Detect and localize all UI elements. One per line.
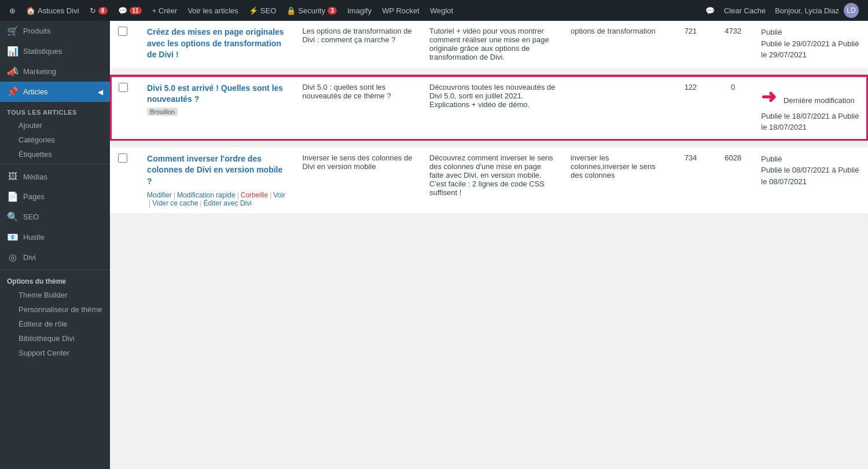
post-date-cell-2: ➜ Dernière modificationPublié le 18/07/2…: [754, 76, 867, 140]
security-icon: 🔒: [286, 6, 296, 15]
post-desc-cell-3: Découvrez comment inverser le sens des c…: [422, 148, 564, 213]
home-icon: 🏠: [26, 6, 35, 15]
post-title-link-3[interactable]: Comment inverser l'ordre des colonnes de…: [147, 153, 288, 188]
post-date-3: PubliéPublié le 08/07/2021 à Publié le 0…: [761, 155, 859, 186]
checkbox-cell-2: [111, 76, 141, 140]
user-greeting[interactable]: Bonjour, Lycia Diaz LD: [770, 0, 863, 21]
post-desc-cell-2: Découvrons toutes les nouveautés de Divi…: [422, 76, 564, 140]
imagify-button[interactable]: Imagify: [343, 0, 376, 21]
post-views-cell-2: 122: [670, 76, 712, 140]
post-desc-2: Découvrons toutes les nouveautés de Divi…: [429, 83, 556, 109]
weglot-label: Weglot: [430, 6, 453, 15]
sidebar-item-divi[interactable]: ◎ Divi: [0, 247, 110, 268]
comments-badge: 11: [130, 7, 142, 14]
wp-logo-button[interactable]: ⊕: [5, 0, 20, 21]
site-name-label: Astuces Divi: [38, 6, 79, 15]
table-row-3: Comment inverser l'ordre des colonnes de…: [111, 148, 867, 213]
post-excerpt-2: Divi 5.0 : quelles sont les nouveautés d…: [302, 83, 391, 100]
sidebar-editeur-role[interactable]: Éditeur de rôle: [0, 317, 110, 331]
sidebar-item-medias[interactable]: 🖼 Médias: [0, 167, 110, 186]
divi-label: Divi: [23, 253, 36, 262]
create-button[interactable]: + Créer: [148, 0, 182, 21]
wp-rocket-button[interactable]: WP Rocket: [377, 0, 424, 21]
post-title-link-2[interactable]: Divi 5.0 est arrivé ! Quelles sont les n…: [147, 83, 288, 105]
post-desc-3: Découvrez comment inverser le sens des c…: [429, 153, 553, 197]
sidebar-support-center[interactable]: Support Center: [0, 346, 110, 360]
post-views-cell-1: 721: [670, 21, 712, 68]
site-name-button[interactable]: 🏠 Astuces Divi: [21, 0, 84, 21]
marketing-icon: 📣: [7, 66, 19, 77]
updates-button[interactable]: ↻ 8: [85, 0, 112, 21]
spacer-row-2: [111, 140, 867, 148]
sidebar-sub-categories[interactable]: Catégories: [0, 133, 110, 147]
divi-icon: ◎: [7, 252, 19, 263]
action-vider-cache[interactable]: Vider ce cache: [152, 199, 198, 207]
post-views-3: 734: [685, 153, 697, 162]
post-views-2: 122: [685, 83, 697, 91]
sidebar-theme-builder[interactable]: Theme Builder: [0, 288, 110, 302]
post-comments-cell-3: 6028: [712, 148, 754, 213]
avatar: LD: [844, 3, 859, 18]
post-excerpt-1: Les options de transformation de Divi : …: [302, 27, 411, 44]
main-layout: 🛒 Produits 📊 Statistiques 📣 Marketing 📌 …: [0, 21, 868, 469]
table-row-highlighted: Divi 5.0 est arrivé ! Quelles sont les n…: [111, 76, 867, 140]
action-modifier[interactable]: Modifier: [147, 191, 172, 199]
sidebar-item-statistiques[interactable]: 📊 Statistiques: [0, 41, 110, 61]
sidebar-item-articles[interactable]: 📌 Articles ◀: [0, 82, 110, 102]
tous-articles-title: Tous les articles: [0, 102, 110, 118]
options-du-theme-title: Options du thème: [0, 273, 110, 288]
sidebar-item-hustle[interactable]: 📧 Hustle: [0, 227, 110, 247]
row-checkbox-3[interactable]: [118, 153, 127, 163]
sidebar-item-seo[interactable]: 🔍 SEO: [0, 207, 110, 227]
pages-icon: 📄: [7, 191, 19, 202]
table-row: Créez des mises en page originales avec …: [111, 21, 867, 68]
post-title-link-1[interactable]: Créez des mises en page originales avec …: [147, 27, 288, 61]
articles-icon: 📌: [7, 86, 19, 97]
sidebar-personnaliseur[interactable]: Personnaliseur de thème: [0, 302, 110, 317]
clear-cache-label: Clear Cache: [724, 6, 766, 15]
post-actions-3: Modifier | Modification rapide | Corbeil…: [147, 191, 288, 207]
comments-button[interactable]: 💬 11: [113, 0, 146, 21]
post-comments-1: 4732: [724, 27, 741, 35]
sidebar-item-produits[interactable]: 🛒 Produits: [0, 21, 110, 41]
imagify-label: Imagify: [347, 6, 372, 15]
post-comments-cell-1: 4732: [712, 21, 754, 68]
main-content: Créez des mises en page originales avec …: [110, 21, 868, 469]
post-desc-1: Tutoriel + vidéo pour vous montrer comme…: [429, 27, 549, 61]
statistiques-icon: 📊: [7, 46, 19, 57]
sidebar-item-marketing[interactable]: 📣 Marketing: [0, 61, 110, 82]
post-views-1: 721: [685, 27, 697, 35]
messages-button[interactable]: 💬: [701, 0, 719, 21]
action-editer-divi[interactable]: Éditer avec Divi: [204, 199, 252, 207]
sidebar-sub-ajouter[interactable]: Ajouter: [0, 118, 110, 133]
action-corbeille[interactable]: Corbeille: [241, 191, 268, 199]
security-label: Security: [298, 6, 325, 15]
checkbox-cell-3: [111, 148, 141, 213]
view-articles-label: Voir les articles: [187, 6, 238, 15]
sidebar-bibliotheque-divi[interactable]: Bibliothèque Divi: [0, 331, 110, 346]
seo-icon: ⚡: [249, 6, 258, 15]
produits-icon: 🛒: [7, 25, 19, 36]
articles-label: Articles: [23, 87, 48, 96]
seo-button[interactable]: ⚡ SEO: [244, 0, 281, 21]
admin-bar: ⊕ 🏠 Astuces Divi ↻ 8 💬 11 + Créer Voir l…: [0, 0, 868, 21]
post-desc-cell-1: Tutoriel + vidéo pour vous montrer comme…: [422, 21, 564, 68]
post-comments-2: 0: [731, 83, 735, 91]
sidebar-sub-etiquettes[interactable]: Étiquettes: [0, 147, 110, 162]
clear-cache-button[interactable]: Clear Cache: [719, 0, 770, 21]
weglot-button[interactable]: Weglot: [425, 0, 458, 21]
row-checkbox-2[interactable]: [119, 83, 128, 92]
sidebar-item-pages[interactable]: 📄 Pages: [0, 186, 110, 207]
security-button[interactable]: 🔒 Security 3: [282, 0, 341, 21]
post-date-cell-1: PubliéPublié le 29/07/2021 à Publié le 2…: [754, 21, 867, 68]
post-keywords-cell-2: [564, 76, 670, 140]
updates-badge: 8: [98, 7, 108, 14]
action-voir[interactable]: Voir: [273, 191, 285, 199]
view-articles-button[interactable]: Voir les articles: [183, 0, 242, 21]
row-checkbox-1[interactable]: [118, 27, 127, 36]
action-modification-rapide[interactable]: Modification rapide: [177, 191, 236, 199]
post-title-cell-1: Créez des mises en page originales avec …: [140, 21, 295, 68]
sidebar-divider-1: [0, 164, 110, 164]
wp-rocket-label: WP Rocket: [382, 6, 420, 15]
post-excerpt-cell-1: Les options de transformation de Divi : …: [295, 21, 422, 68]
